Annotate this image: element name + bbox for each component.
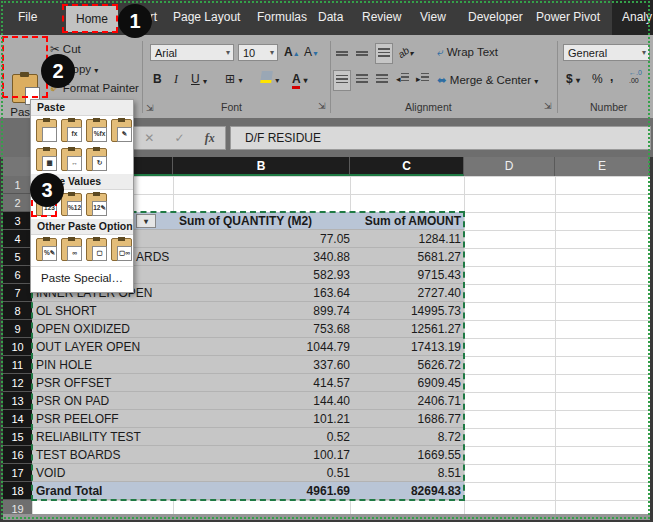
increase-decimal-button[interactable]: ←.0.00: [629, 69, 642, 85]
icon-glyph: %fx: [92, 127, 107, 142]
shrink-font-button[interactable]: A▼: [304, 44, 319, 62]
font-color-button[interactable]: A ▾: [292, 71, 308, 89]
paste-option-linked-picture-icon[interactable]: ▢∞: [111, 238, 132, 261]
underline-button[interactable]: U: [191, 71, 200, 88]
row-header-18[interactable]: 18: [3, 482, 32, 500]
paste-option-paste-icon[interactable]: [36, 119, 57, 142]
row-header-13[interactable]: 13: [3, 392, 32, 410]
column-header-b[interactable]: B: [173, 157, 350, 176]
insert-function-icon[interactable]: fx: [205, 131, 215, 146]
percent-style-button[interactable]: %: [592, 71, 603, 88]
paste-option-keep-source-formatting-icon[interactable]: ✎: [111, 119, 132, 142]
row-header-3[interactable]: 3: [3, 212, 32, 230]
column-header-e[interactable]: E: [555, 157, 650, 176]
select-all-corner[interactable]: [3, 157, 32, 176]
paste-special-item[interactable]: Paste Special…: [31, 266, 133, 284]
paste-option-paste-link-icon[interactable]: ∞: [61, 238, 82, 261]
tab-developer[interactable]: Developer: [468, 0, 523, 35]
column-header-c[interactable]: C: [350, 157, 464, 176]
gridline: [555, 176, 556, 514]
accounting-format-button[interactable]: $ ▾: [566, 71, 580, 89]
row-header-11[interactable]: 11: [3, 356, 32, 374]
row-header-14[interactable]: 14: [3, 410, 32, 428]
paste-option-keep-source-column-widths-icon[interactable]: ↔: [61, 148, 82, 171]
fill-color-button[interactable]: ▾: [261, 71, 279, 89]
alignment-dialog-launcher[interactable]: ⇲: [544, 101, 552, 111]
row-header-2[interactable]: 2: [3, 194, 32, 212]
icon-glyph: ↔: [67, 156, 82, 171]
highlight-home-tab: [62, 4, 118, 33]
font-name-combo[interactable]: Arial▾: [150, 44, 234, 61]
row-header-8[interactable]: 8: [3, 302, 32, 320]
excel-window: { "tabs": { "items": ["File","Home","Ins…: [0, 0, 653, 522]
tab-analy[interactable]: Analy: [622, 0, 652, 35]
tab-review[interactable]: Review: [362, 0, 401, 35]
fill-color-icon: [260, 71, 273, 83]
row-header-10[interactable]: 10: [3, 338, 32, 356]
row-header-1[interactable]: 1: [3, 176, 32, 194]
tab-power-pivot[interactable]: Power Pivot: [536, 0, 600, 35]
column-header-d[interactable]: D: [464, 157, 555, 176]
row-header-16[interactable]: 16: [3, 446, 32, 464]
row-header-19[interactable]: 19: [3, 500, 32, 514]
menu-icon-row: fx%fx✎: [31, 116, 133, 145]
decrease-indent-button[interactable]: ◂: [396, 71, 409, 88]
row-header-17[interactable]: 17: [3, 464, 32, 482]
row-header-9[interactable]: 9: [3, 320, 32, 338]
font-size-combo[interactable]: 10▾: [238, 44, 278, 61]
row-header-15[interactable]: 15: [3, 428, 32, 446]
merge-center-button[interactable]: ⬌ Merge & Center ▾: [437, 73, 538, 87]
align-top-button[interactable]: [336, 44, 348, 61]
paste-option-paste-formulas-icon[interactable]: fx: [61, 119, 82, 142]
underline-dropdown[interactable]: ▾: [203, 73, 207, 90]
tab-page-layout[interactable]: Page Layout: [173, 0, 240, 35]
paste-option-transpose-icon[interactable]: ↻: [86, 148, 107, 171]
icon-glyph: %✎: [42, 246, 57, 261]
bold-button[interactable]: B: [153, 71, 162, 88]
font-dialog-launcher[interactable]: ⇲: [318, 101, 326, 111]
row-header-4[interactable]: 4: [3, 230, 32, 248]
paste-option-formatting-icon[interactable]: %✎: [36, 238, 57, 261]
row-header-7[interactable]: 7: [3, 284, 32, 302]
comma-style-button[interactable]: ,: [610, 69, 613, 86]
step-badge-2: 2: [41, 54, 75, 88]
icon-glyph: ▢∞: [117, 246, 132, 261]
orientation-button[interactable]: ab▾: [398, 44, 413, 62]
grow-font-button[interactable]: A▲: [284, 44, 300, 62]
step-badge-1: 1: [118, 4, 152, 38]
italic-button[interactable]: I: [174, 71, 178, 88]
paste-option-no-borders-icon[interactable]: ▦: [36, 148, 57, 171]
wrap-text-button[interactable]: ⤶ Wrap Text: [437, 46, 498, 59]
menu-section-paste: Paste: [31, 100, 133, 116]
align-center-button[interactable]: [356, 71, 368, 88]
row-header-12[interactable]: 12: [3, 374, 32, 392]
paste-option-values-number-formatting-icon[interactable]: %12: [61, 193, 82, 216]
icon-glyph: fx: [67, 127, 82, 142]
increase-indent-button[interactable]: ▸: [416, 71, 429, 88]
tab-formulas[interactable]: Formulas: [257, 0, 307, 35]
paste-option-formulas-number-formatting-icon[interactable]: %fx: [86, 119, 107, 142]
row-header-6[interactable]: 6: [3, 266, 32, 284]
align-bottom-button[interactable]: [376, 44, 392, 63]
step-badge-3: 3: [30, 173, 64, 207]
wrap-text-icon: ⤶: [437, 46, 443, 58]
paste-option-values-source-formatting-icon[interactable]: 12✎: [86, 193, 107, 216]
icon-glyph: %12: [67, 201, 82, 216]
borders-button[interactable]: ⊞ ▾: [225, 71, 242, 89]
clipboard-dialog-launcher[interactable]: ⇲: [146, 103, 154, 113]
number-format-combo[interactable]: General▾: [563, 44, 650, 61]
icon-glyph: ✎: [117, 127, 132, 142]
tab-view[interactable]: View: [420, 0, 446, 35]
cancel-icon[interactable]: ✕: [144, 131, 154, 145]
align-left-button[interactable]: [334, 71, 350, 90]
icon-glyph: ▢: [92, 246, 107, 261]
align-middle-button[interactable]: [356, 46, 368, 63]
tab-file[interactable]: File: [18, 0, 37, 35]
paste-option-picture-icon[interactable]: ▢: [86, 238, 107, 261]
menu-section-other-paste-options: Other Paste Options: [31, 219, 133, 235]
formula-bar-input[interactable]: D/F RESIDUE: [230, 126, 651, 150]
align-right-button[interactable]: [376, 71, 388, 88]
tab-data[interactable]: Data: [318, 0, 343, 35]
enter-icon[interactable]: ✓: [174, 131, 184, 145]
row-header-5[interactable]: 5: [3, 248, 32, 266]
